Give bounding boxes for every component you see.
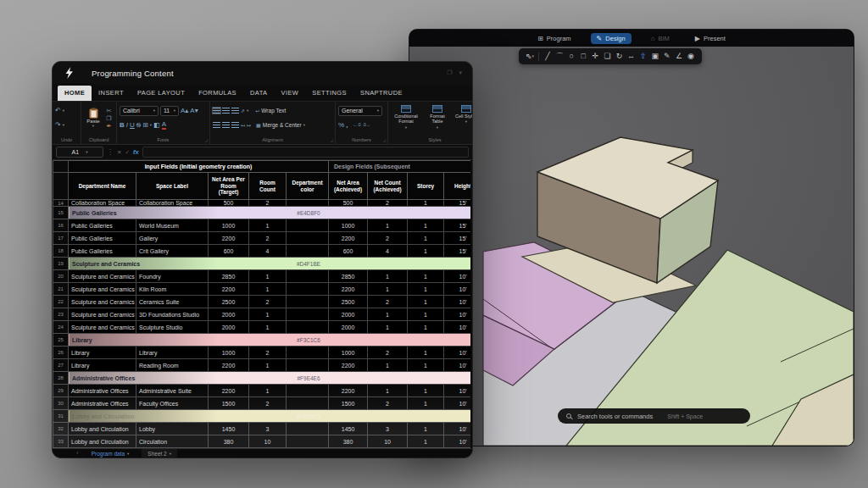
department-band-cell[interactable]: Sculpture and Ceramics#D4F1BE xyxy=(69,258,471,270)
redo-dropdown[interactable]: ▾ xyxy=(63,123,64,127)
command-search-bar[interactable]: Search tools or commands Shift + Space xyxy=(558,408,750,424)
cell-countach[interactable]: 1 xyxy=(368,385,408,397)
cell-countach[interactable]: 1 xyxy=(368,359,408,372)
column-header-net-area-per-room-target[interactable]: Net Area Per Room (Target) xyxy=(209,173,249,200)
cell-areaach[interactable]: 2200 xyxy=(329,283,368,296)
cell-areaach[interactable]: 380 xyxy=(329,435,368,448)
percent-icon[interactable]: % xyxy=(338,122,344,129)
tool-arc-icon[interactable]: ⌒ xyxy=(554,48,565,64)
row-number[interactable]: 28 xyxy=(53,372,69,385)
row-number[interactable]: 20 xyxy=(53,270,69,283)
fill-color-icon[interactable]: ◧ xyxy=(153,122,160,129)
cell-storey[interactable]: 1 xyxy=(408,435,444,448)
cell-countach[interactable]: 1 xyxy=(368,219,408,232)
tool-circle-icon[interactable]: ○ xyxy=(565,48,577,64)
align-top-icon[interactable] xyxy=(213,108,220,114)
cell-storey[interactable]: 1 xyxy=(408,397,444,410)
corner-cell[interactable] xyxy=(53,161,69,173)
column-header-room-count[interactable]: Room Count xyxy=(249,173,287,200)
cell-height[interactable]: 10' xyxy=(444,347,470,359)
tool-camera-icon[interactable]: ◉ xyxy=(685,48,697,64)
cell-space[interactable]: 3D Foundations Studio xyxy=(136,308,209,321)
cell-storey[interactable]: 1 xyxy=(408,321,444,334)
row-number-header[interactable] xyxy=(53,173,69,200)
copy-icon[interactable]: ❐ xyxy=(106,115,111,121)
cell-areaach[interactable]: 600 xyxy=(329,245,368,258)
number-format-select[interactable]: General▾ xyxy=(338,106,382,116)
cell-height[interactable]: 15' xyxy=(444,219,470,232)
cell-height[interactable]: 10' xyxy=(444,296,470,308)
font-name-select[interactable]: Calibri▾ xyxy=(120,106,159,116)
cell-dept[interactable]: Lobby and Circulation xyxy=(69,435,136,448)
nav-tab-present[interactable]: ▶Present xyxy=(689,33,732,44)
cell-area[interactable]: 600 xyxy=(209,245,249,258)
column-header-net-count-achieved[interactable]: Net Count (Achieved) xyxy=(368,173,408,200)
cell-count[interactable]: 2 xyxy=(249,347,287,359)
merge-center-icon[interactable]: ▦ xyxy=(256,123,261,128)
cell-areaach[interactable]: 2500 xyxy=(329,296,368,308)
sheet-tab-program-data[interactable]: Program data▾ xyxy=(86,449,136,458)
cell-areaach[interactable]: 2000 xyxy=(329,308,368,321)
decrease-indent-icon[interactable]: ↤ xyxy=(241,123,245,128)
cell-dept[interactable]: Lobby and Circulation xyxy=(69,423,136,435)
fonts-expand-icon[interactable]: ◿ xyxy=(205,138,208,142)
row-number[interactable]: 19 xyxy=(53,258,69,270)
cell-dept[interactable]: Public Galleries xyxy=(69,232,136,245)
cell-color[interactable] xyxy=(287,270,329,283)
cell-countach[interactable]: 1 xyxy=(368,283,408,296)
undo-button[interactable]: ↶ xyxy=(55,108,61,114)
cell-dept[interactable]: Sculpture and Ceramics xyxy=(69,270,136,283)
share-icon[interactable]: ❐ xyxy=(447,69,452,76)
cell-dept[interactable]: Sculpture and Ceramics xyxy=(69,296,136,308)
cell-count[interactable]: 3 xyxy=(249,423,287,435)
cell-height[interactable]: 10' xyxy=(444,283,470,296)
bold-button[interactable]: B xyxy=(120,122,125,129)
cell-storey[interactable]: 1 xyxy=(408,359,444,372)
cell-countach[interactable]: 3 xyxy=(368,423,408,435)
cell-height[interactable]: 15' xyxy=(444,245,470,258)
cell-dept[interactable]: Administrative Offices xyxy=(69,397,136,410)
department-band-cell[interactable]: Administrative Offices#F9E4E6 xyxy=(69,372,471,385)
wrap-text-button[interactable]: Wrap Text xyxy=(261,108,286,114)
comma-icon[interactable]: , xyxy=(346,122,348,129)
row-number[interactable]: 17 xyxy=(53,232,69,245)
cell-dept[interactable]: Sculpture and Ceramics xyxy=(69,308,136,321)
cell-area[interactable]: 1450 xyxy=(209,423,249,435)
cell-styles-button[interactable]: Cell Styles▾ xyxy=(453,103,472,124)
row-number[interactable]: 26 xyxy=(53,347,69,359)
align-center-icon[interactable] xyxy=(222,122,230,128)
tool-line-icon[interactable]: ╱ xyxy=(542,48,554,64)
align-middle-icon[interactable] xyxy=(222,108,230,114)
tool-pencil-icon[interactable]: ✎ xyxy=(661,48,673,64)
cell-dept[interactable]: Library xyxy=(69,347,136,359)
cell-count[interactable]: 1 xyxy=(249,359,287,372)
row-number[interactable]: 25 xyxy=(53,334,69,347)
cell-storey[interactable]: 1 xyxy=(408,232,444,245)
cell-count[interactable]: 1 xyxy=(249,283,287,296)
cell-color[interactable] xyxy=(287,321,329,334)
underline-button[interactable]: U xyxy=(130,122,135,129)
cell-countach[interactable]: 2 xyxy=(368,397,408,410)
cell-dept[interactable]: Public Galleries xyxy=(69,219,136,232)
column-header-department-color[interactable]: Department color xyxy=(287,173,329,200)
cell-height[interactable]: 15' xyxy=(444,232,470,245)
cell-color[interactable] xyxy=(287,347,329,359)
cell-area[interactable]: 1000 xyxy=(209,219,249,232)
format-painter-icon[interactable]: ✒ xyxy=(107,123,112,129)
nav-tab-design[interactable]: ✎Design xyxy=(591,33,632,44)
cell-dept[interactable]: Library xyxy=(69,359,136,372)
fx-icon[interactable]: fx xyxy=(133,148,139,156)
cell-space[interactable]: Circulation xyxy=(136,435,209,448)
cell-areaach[interactable]: 2200 xyxy=(329,385,368,397)
cell-storey[interactable]: 1 xyxy=(408,296,444,308)
cell-space[interactable]: Reading Room xyxy=(136,359,209,372)
cell-count[interactable]: 1 xyxy=(249,219,287,232)
cell-count[interactable]: 2 xyxy=(249,200,287,207)
cell-areaach[interactable]: 500 xyxy=(329,200,368,207)
cell-storey[interactable]: 1 xyxy=(408,219,444,232)
cell-area[interactable]: 2850 xyxy=(209,270,249,283)
cell-area[interactable]: 1000 xyxy=(209,347,249,359)
cell-area[interactable]: 2000 xyxy=(209,321,249,334)
cell-countach[interactable]: 2 xyxy=(368,296,408,308)
nav-tab-bim[interactable]: ⌂BIM xyxy=(645,33,676,44)
